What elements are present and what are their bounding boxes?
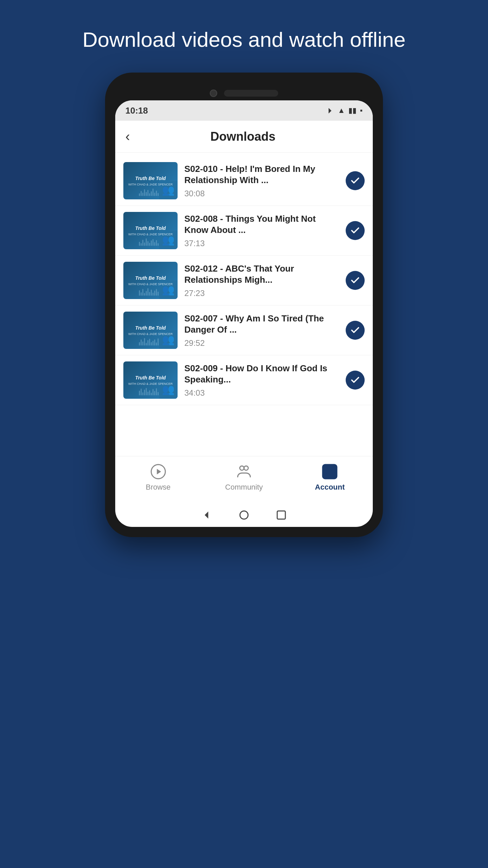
recents-system-button[interactable] — [273, 507, 290, 524]
empty-area — [115, 409, 373, 456]
item-info: S02-009 - How Do I Know If God Is Speaki… — [184, 363, 339, 398]
download-check — [346, 221, 365, 240]
item-info: S02-010 - Help! I'm Bored In My Relation… — [184, 163, 339, 199]
community-icon — [235, 462, 253, 481]
browse-icon — [149, 462, 167, 481]
thumb-subtitle: WITH CHAD & JADE SPENCER — [128, 382, 172, 386]
bottom-nav: Browse Community — [115, 456, 373, 500]
thumb-subtitle: WITH CHAD & JADE SPENCER — [128, 233, 172, 236]
back-system-button[interactable] — [198, 507, 215, 524]
home-system-button[interactable] — [236, 507, 252, 524]
browse-label: Browse — [146, 483, 170, 492]
phone-device: 10:18 ⏵ ▲ ▮▮ ▪ ‹ Downloads Truth Be Told… — [105, 73, 383, 537]
nav-item-account[interactable]: Account — [287, 462, 373, 492]
item-duration: 30:08 — [184, 189, 339, 198]
list-item[interactable]: Truth Be Told WITH CHAD & JADE SPENCER — [115, 305, 373, 355]
android-nav — [115, 500, 373, 527]
downloads-list: Truth Be Told WITH CHAD & JADE SPENCER — [115, 153, 373, 409]
thumbnail: Truth Be Told WITH CHAD & JADE SPENCER — [123, 212, 178, 249]
svg-point-5 — [328, 467, 332, 472]
download-check — [346, 371, 365, 390]
svg-point-2 — [240, 466, 244, 471]
thumbnail: Truth Be Told WITH CHAD & JADE SPENCER — [123, 312, 178, 349]
item-duration: 29:52 — [184, 338, 339, 348]
item-title: S02-010 - Help! I'm Bored In My Relation… — [184, 163, 339, 186]
phone-speaker — [224, 90, 278, 97]
thumb-subtitle: WITH CHAD & JADE SPENCER — [128, 282, 172, 286]
svg-marker-1 — [157, 469, 161, 475]
front-camera — [210, 90, 217, 97]
thumb-title: Truth Be Told — [133, 176, 168, 181]
list-item[interactable]: Truth Be Told WITH CHAD & JADE SPENCER — [115, 355, 373, 405]
page-title: Downloads — [137, 130, 349, 144]
wifi-icon: ▲ — [338, 106, 345, 115]
phone-screen: 10:18 ⏵ ▲ ▮▮ ▪ ‹ Downloads Truth Be Told… — [115, 100, 373, 527]
item-duration: 34:03 — [184, 388, 339, 398]
item-title: S02-007 - Why Am I So Tired (The Danger … — [184, 313, 339, 336]
phone-notch — [115, 83, 373, 100]
status-bar: 10:18 ⏵ ▲ ▮▮ ▪ — [115, 100, 373, 121]
app-header: ‹ Downloads — [115, 121, 373, 153]
item-info: S02-007 - Why Am I So Tired (The Danger … — [184, 313, 339, 348]
page-header: Download videos and watch offline — [55, 27, 433, 52]
thumb-subtitle: WITH CHAD & JADE SPENCER — [128, 332, 172, 336]
svg-point-7 — [240, 511, 248, 519]
list-item[interactable]: Truth Be Told WITH CHAD & JADE SPENCER — [115, 206, 373, 256]
nav-item-community[interactable]: Community — [201, 462, 287, 492]
thumbnail: Truth Be Told WITH CHAD & JADE SPENCER — [123, 262, 178, 299]
svg-marker-6 — [205, 512, 208, 519]
account-icon — [321, 462, 339, 481]
thumb-title: Truth Be Told — [133, 225, 168, 231]
item-info: S02-008 - Things You Might Not Know Abou… — [184, 213, 339, 249]
signal-icon: ▮▮ — [348, 106, 357, 115]
nav-item-browse[interactable]: Browse — [115, 462, 201, 492]
item-title: S02-008 - Things You Might Not Know Abou… — [184, 213, 339, 236]
item-title: S02-009 - How Do I Know If God Is Speaki… — [184, 363, 339, 386]
thumbnail: Truth Be Told WITH CHAD & JADE SPENCER — [123, 361, 178, 399]
item-info: S02-012 - ABC's That Your Relationships … — [184, 263, 339, 298]
download-check — [346, 321, 365, 340]
list-item[interactable]: Truth Be Told WITH CHAD & JADE SPENCER — [115, 156, 373, 206]
battery-icon: ▪ — [360, 106, 363, 115]
status-icons: ⏵ ▲ ▮▮ ▪ — [327, 106, 363, 115]
status-time: 10:18 — [125, 105, 148, 116]
thumb-title: Truth Be Told — [133, 325, 168, 331]
thumb-subtitle: WITH CHAD & JADE SPENCER — [128, 183, 172, 186]
account-label: Account — [315, 483, 345, 492]
community-label: Community — [225, 483, 263, 492]
item-duration: 37:13 — [184, 239, 339, 248]
svg-rect-8 — [277, 511, 285, 519]
svg-point-3 — [244, 466, 248, 471]
back-button[interactable]: ‹ — [125, 129, 130, 144]
thumb-title: Truth Be Told — [133, 275, 168, 281]
list-item[interactable]: Truth Be Told WITH CHAD & JADE SPENCER — [115, 256, 373, 305]
thumb-title: Truth Be Told — [133, 375, 168, 381]
download-check — [346, 171, 365, 190]
thumbnail: Truth Be Told WITH CHAD & JADE SPENCER — [123, 162, 178, 199]
item-duration: 27:23 — [184, 289, 339, 298]
media-icon: ⏵ — [327, 106, 334, 115]
download-check — [346, 271, 365, 290]
item-title: S02-012 - ABC's That Your Relationships … — [184, 263, 339, 286]
